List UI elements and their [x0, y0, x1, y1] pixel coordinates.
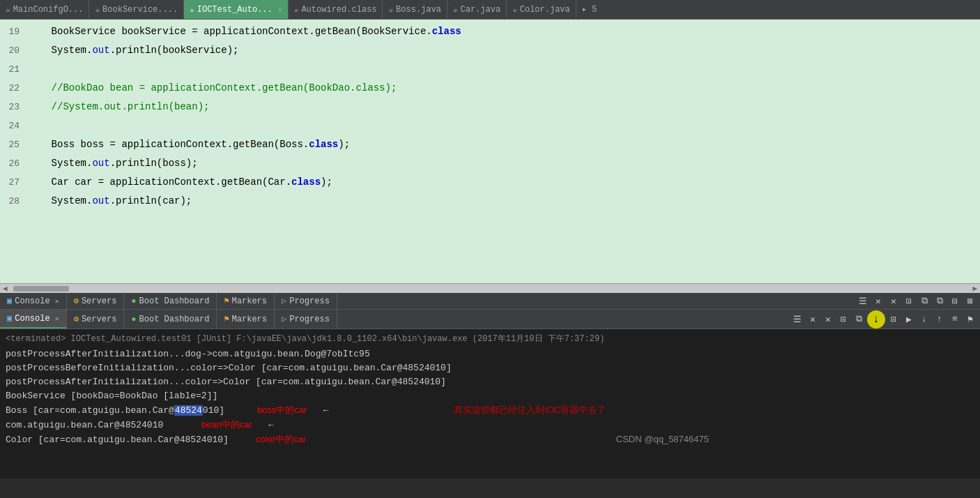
- java-file-icon: ☕: [95, 5, 100, 14]
- toolbar-btn-2[interactable]: ✕: [806, 312, 820, 326]
- console-line-3: postProcessAfterInitialization...color=>…: [6, 375, 974, 389]
- tab-boss-java[interactable]: ☕ Boss.java: [383, 0, 447, 19]
- toolbar-icon-copy[interactable]: ⊡: [902, 294, 916, 308]
- toolbar-btn-11[interactable]: ⚑: [963, 312, 977, 326]
- progress-icon: ▷: [282, 296, 286, 306]
- ioc-note-label: 其实这些都已经注入到IOC容器中去了: [454, 405, 606, 415]
- btab-servers-top[interactable]: ⚙ Servers: [67, 293, 125, 309]
- tab-main-config[interactable]: ☕ MainConifgO...: [0, 0, 89, 19]
- toolbar-icon-2[interactable]: ✕: [871, 294, 885, 308]
- bean-car-label: bean中的car: [201, 419, 252, 430]
- boss-car-label: boss中的car: [257, 405, 307, 415]
- toolbar-btn-4[interactable]: ⊡: [836, 312, 850, 326]
- btab-console-main[interactable]: ▣ Console ✕: [0, 310, 67, 329]
- btab-progress-main[interactable]: ▷ Progress: [275, 310, 337, 329]
- toolbar-icons-main: ☰ ✕ ✕ ⊡ ⧉ ↓ ⊡ ▶ ↓ ↑ ≡ ⚑: [790, 310, 980, 329]
- code-line-19: 19 BookService bookService = application…: [0, 22, 980, 41]
- console-line-4: BookService [bookDao=BookDao [lable=2]]: [6, 389, 974, 403]
- toolbar-icon-1[interactable]: ☰: [856, 294, 870, 308]
- code-line-21: 21: [0, 60, 980, 79]
- bottom-tab-bar-top: ▣ Console ✕ ⚙ Servers ● Boot Dashboard ⚑…: [0, 293, 980, 310]
- code-line-23: 23 //System.out.println(bean);: [0, 98, 980, 116]
- code-line-24: 24: [0, 116, 980, 135]
- toolbar-icon-minus[interactable]: ⊟: [948, 294, 962, 308]
- close-icon[interactable]: ✕: [55, 297, 59, 305]
- bottom-panel: ▣ Console ✕ ⚙ Servers ● Boot Dashboard ⚑…: [0, 293, 980, 498]
- toolbar-icons: ☰ ✕ ✕ ⊡ ⧉ ⧉ ⊟ ⊠: [856, 294, 980, 308]
- console-status: <terminated> IOCTest_Autowired.test01 [J…: [6, 332, 974, 346]
- console-line-1: postProcessAfterInitialization...dog->co…: [6, 347, 974, 361]
- btab-markers-top[interactable]: ⚑ Markers: [217, 293, 275, 309]
- close-icon[interactable]: ✕: [55, 315, 59, 323]
- tab-car-java[interactable]: ☕ Car.java: [447, 0, 507, 19]
- boot-icon: ●: [131, 315, 136, 324]
- editor-tab-bar: ☕ MainConifgO... ☕ BookService.... ☕ IOC…: [0, 0, 980, 20]
- java-file-icon: ☕: [512, 5, 517, 14]
- tab-close-icon[interactable]: ✕: [278, 6, 282, 14]
- toolbar-btn-3[interactable]: ✕: [821, 312, 835, 326]
- servers-icon: ⚙: [74, 314, 79, 324]
- code-line-22: 22 //BookDao bean = applicationContext.g…: [0, 79, 980, 98]
- toolbar-btn-10[interactable]: ≡: [948, 312, 962, 326]
- markers-icon: ⚑: [224, 296, 229, 306]
- console-output: <terminated> IOCTest_Autowired.test01 [J…: [0, 329, 980, 478]
- console-icon: ▣: [7, 313, 12, 324]
- toolbar-icon-copy3[interactable]: ⧉: [933, 294, 947, 308]
- toolbar-icon-3[interactable]: ✕: [887, 294, 901, 308]
- java-file-icon: ☕: [190, 5, 194, 14]
- tab-book-service[interactable]: ☕ BookService....: [89, 0, 184, 19]
- btab-servers-main[interactable]: ⚙ Servers: [67, 310, 125, 329]
- btab-boot-dashboard-main[interactable]: ● Boot Dashboard: [124, 310, 217, 329]
- tab-overflow[interactable]: ▸ 5: [576, 4, 603, 15]
- btab-boot-dashboard-top[interactable]: ● Boot Dashboard: [124, 293, 217, 309]
- toolbar-btn-8[interactable]: ↓: [917, 312, 931, 326]
- toolbar-icon-cross[interactable]: ⊠: [963, 294, 977, 308]
- progress-icon: ▷: [282, 314, 286, 324]
- toolbar-btn-5[interactable]: ⧉: [852, 312, 866, 326]
- scroll-thumb[interactable]: [13, 286, 69, 292]
- tab-ioc-test[interactable]: ☕ IOCTest_Auto... ✕: [184, 0, 289, 19]
- toolbar-btn-9[interactable]: ↑: [933, 312, 947, 326]
- boot-icon: ●: [131, 296, 136, 306]
- console-icon: ▣: [7, 296, 12, 306]
- toolbar-btn-6[interactable]: ⊡: [887, 312, 901, 326]
- console-wrapper: <terminated> IOCTest_Autowired.test01 [J…: [0, 329, 980, 478]
- code-line-20: 20 System.out.println(bookService);: [0, 41, 980, 60]
- servers-icon: ⚙: [74, 296, 79, 306]
- csdn-label: CSDN @qq_58746475: [616, 434, 709, 444]
- console-line-2: postProcessBeforeInitialization...color=…: [6, 361, 974, 375]
- java-file-icon: ☕: [294, 5, 299, 14]
- code-line-28: 28 System.out.println(car);: [0, 192, 980, 211]
- java-file-icon: ☕: [6, 5, 10, 14]
- tab-color-java[interactable]: ☕ Color.java: [507, 0, 576, 19]
- console-line-5: Boss [car=com.atguigu.bean.Car@48524010]…: [6, 403, 974, 418]
- console-line-7: Color [car=com.atguigu.bean.Car@48524010…: [6, 432, 974, 447]
- yellow-highlight-button[interactable]: ↓: [867, 310, 885, 329]
- markers-icon: ⚑: [224, 314, 229, 324]
- color-car-label: color中的car: [256, 434, 306, 444]
- tab-autowired[interactable]: ☕ Autowired.class: [289, 0, 383, 19]
- btab-progress-top[interactable]: ▷ Progress: [275, 293, 337, 309]
- code-line-26: 26 System.out.println(boss);: [0, 154, 980, 173]
- console-line-6: com.atguigu.bean.Car@48524010 bean中的car …: [6, 418, 974, 432]
- code-content: 19 BookService bookService = application…: [0, 20, 980, 213]
- java-file-icon: ☕: [388, 5, 393, 14]
- java-file-icon: ☕: [453, 5, 458, 14]
- toolbar-btn-7[interactable]: ▶: [902, 312, 916, 326]
- btab-console-top[interactable]: ▣ Console ✕: [0, 293, 67, 309]
- toolbar-icon-copy2[interactable]: ⧉: [917, 294, 931, 308]
- btab-markers-main[interactable]: ⚑ Markers: [217, 310, 275, 329]
- code-editor: 19 BookService bookService = application…: [0, 20, 980, 283]
- code-line-25: 25 Boss boss = applicationContext.getBea…: [0, 135, 980, 154]
- toolbar-btn-1[interactable]: ☰: [790, 312, 804, 326]
- horizontal-scrollbar[interactable]: ◀ ▶: [0, 283, 980, 293]
- bottom-tab-bar-main: ▣ Console ✕ ⚙ Servers ● Boot Dashboard ⚑…: [0, 310, 980, 329]
- code-line-27: 27 Car car = applicationContext.getBean(…: [0, 173, 980, 192]
